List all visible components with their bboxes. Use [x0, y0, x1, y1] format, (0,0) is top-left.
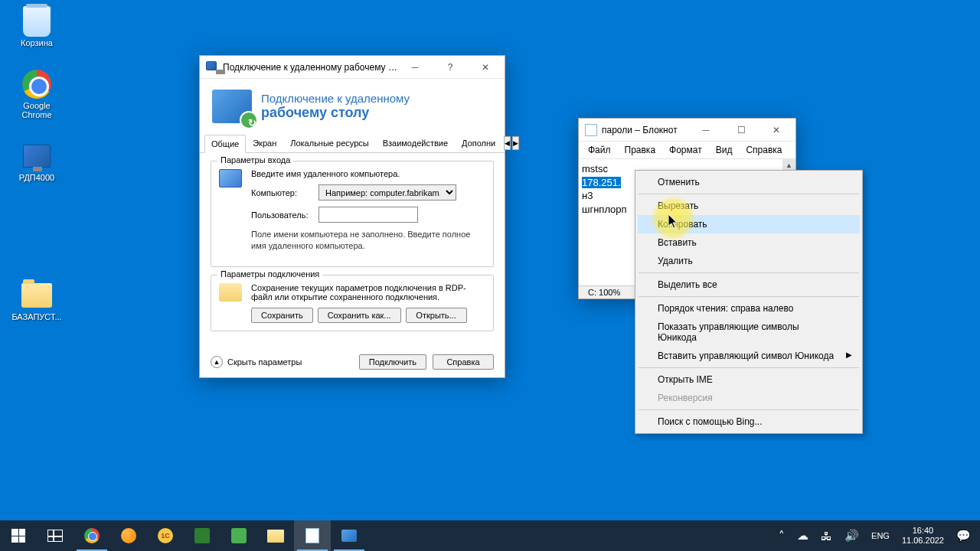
- tab-scroll-right[interactable]: ▶: [512, 136, 519, 150]
- tray-language[interactable]: ENG: [865, 520, 896, 551]
- tab-additional[interactable]: Дополни: [455, 134, 502, 152]
- taskbar-notepad[interactable]: [294, 520, 331, 551]
- taskview-icon: [47, 530, 63, 542]
- window-title: Подключение к удаленному рабочему с...: [223, 62, 397, 73]
- submenu-arrow-icon: ▶: [846, 350, 852, 359]
- taskbar-app-orange[interactable]: [110, 520, 147, 551]
- login-note: Поле имени компьютера не заполнено. Введ…: [251, 229, 485, 253]
- folder-icon: [267, 530, 284, 543]
- rdp-footer: ▲ Скрыть параметры Подключить Справка: [200, 347, 505, 377]
- rdp-connection-window[interactable]: Подключение к удаленному рабочему с... ─…: [199, 55, 505, 378]
- titlebar[interactable]: Подключение к удаленному рабочему с... ─…: [200, 56, 505, 79]
- icon-label: БАЗАПУСТ...: [9, 312, 64, 321]
- desktop-icon-chrome[interactable]: Google Chrome: [9, 69, 64, 119]
- connection-text: Сохранение текущих параметров подключени…: [251, 283, 485, 302]
- windows-logo-icon: [11, 529, 25, 543]
- ctx-undo[interactable]: Отменить: [638, 173, 860, 191]
- tab-screen[interactable]: Экран: [246, 134, 283, 152]
- icon-label: РДП4000: [9, 173, 64, 182]
- close-button[interactable]: ✕: [468, 56, 503, 79]
- tab-general[interactable]: Общие: [204, 135, 246, 153]
- desktop-icon-recycle-bin[interactable]: Корзина: [9, 6, 64, 47]
- ctx-show-unicode[interactable]: Показать управляющие символы Юникода: [638, 318, 860, 347]
- taskbar-app-green2[interactable]: [220, 520, 257, 551]
- minimize-button[interactable]: ─: [397, 56, 433, 79]
- computer-input[interactable]: Например: computer.fabrikam.com: [318, 184, 456, 201]
- ctx-rtl-order[interactable]: Порядок чтения: справа налево: [638, 299, 860, 318]
- separator: [639, 194, 859, 194]
- tab-scroll-left[interactable]: ◀: [504, 136, 511, 150]
- tray-onedrive[interactable]: ☁: [791, 520, 815, 551]
- ctx-insert-unicode[interactable]: Вставить управляющий символ Юникода▶: [638, 347, 860, 365]
- connect-button[interactable]: Подключить: [359, 354, 426, 370]
- taskbar-1c[interactable]: 1C: [147, 520, 184, 551]
- minimize-button[interactable]: ─: [688, 119, 724, 142]
- cloud-icon: ☁: [797, 529, 808, 543]
- hide-parameters-toggle[interactable]: ▲ Скрыть параметры: [211, 356, 353, 368]
- separator: [639, 296, 859, 297]
- tray-volume[interactable]: 🔊: [838, 520, 865, 551]
- connection-parameters-group: Параметры подключения Сохранение текущих…: [211, 275, 494, 331]
- green-app-icon: [194, 528, 210, 543]
- desktop-icon-rdp4000[interactable]: РДП4000: [9, 141, 64, 182]
- menu-view[interactable]: Вид: [710, 143, 739, 157]
- save-as-button[interactable]: Сохранить как...: [318, 308, 401, 323]
- tray-network[interactable]: 🖧: [815, 520, 838, 551]
- window-title: пароли – Блокнот: [602, 125, 688, 135]
- rdp-large-icon: [212, 90, 252, 123]
- green-app-icon: [231, 528, 247, 543]
- header-line1: Подключение к удаленному: [261, 92, 410, 105]
- icon-label: Корзина: [9, 38, 64, 47]
- start-button[interactable]: [0, 520, 37, 551]
- menubar: Файл Правка Формат Вид Справка: [579, 142, 795, 159]
- ctx-select-all[interactable]: Выделить все: [638, 276, 860, 294]
- chrome-icon: [21, 69, 52, 99]
- ctx-cut[interactable]: Вырезать: [638, 197, 860, 215]
- ctx-open-ime[interactable]: Открыть IME: [638, 370, 860, 389]
- taskbar-explorer[interactable]: [257, 520, 294, 551]
- hide-parameters-label: Скрыть параметры: [227, 357, 302, 367]
- ctx-paste[interactable]: Вставить: [638, 233, 860, 252]
- ctx-delete[interactable]: Удалить: [638, 252, 860, 270]
- desktop[interactable]: Корзина Google Chrome РДП4000 БАЗАПУСТ..…: [0, 0, 980, 520]
- menu-help[interactable]: Справка: [740, 143, 788, 157]
- rdp-body: Параметры входа Введите имя удаленного к…: [200, 153, 505, 347]
- rdp-app-icon: [206, 61, 218, 73]
- tab-local-resources[interactable]: Локальные ресурсы: [283, 134, 375, 152]
- maximize-button[interactable]: ☐: [724, 119, 759, 142]
- close-button[interactable]: ✕: [759, 119, 794, 142]
- taskbar-rdp[interactable]: [331, 520, 368, 551]
- tray-notifications[interactable]: 💬: [950, 520, 977, 551]
- separator: [639, 409, 859, 410]
- menu-edit[interactable]: Правка: [619, 143, 662, 157]
- help-button[interactable]: Справка: [433, 354, 494, 370]
- save-button[interactable]: Сохранить: [251, 308, 313, 323]
- login-instruction: Введите имя удаленного компьютера.: [251, 169, 485, 178]
- tray-overflow[interactable]: ˄: [773, 520, 791, 551]
- chrome-icon: [84, 528, 100, 543]
- help-button[interactable]: ?: [433, 56, 468, 79]
- taskbar-app-green1[interactable]: [184, 520, 220, 551]
- notepad-icon: [305, 528, 319, 543]
- header-line2: рабочему столу: [261, 105, 410, 121]
- menu-file[interactable]: Файл: [582, 143, 617, 157]
- taskbar-chrome[interactable]: [74, 520, 110, 551]
- folder-icon: [21, 280, 52, 311]
- open-button[interactable]: Открыть...: [406, 308, 467, 323]
- user-input[interactable]: [318, 207, 418, 223]
- menu-format[interactable]: Формат: [663, 143, 708, 157]
- tab-interaction[interactable]: Взаимодействие: [376, 134, 455, 152]
- ctx-bing-search[interactable]: Поиск с помощью Bing...: [638, 412, 860, 431]
- group-legend: Параметры подключения: [217, 269, 322, 279]
- ctx-copy[interactable]: Копировать: [638, 215, 860, 233]
- task-view-button[interactable]: [37, 520, 74, 551]
- notification-icon: 💬: [956, 529, 971, 543]
- monitor-icon: [219, 169, 243, 191]
- taskbar[interactable]: 1C ˄ ☁ 🖧 🔊 ENG 16:40 11.06.2022 💬: [0, 520, 980, 551]
- 1c-icon: 1C: [158, 528, 173, 543]
- desktop-icon-folder[interactable]: БАЗАПУСТ...: [9, 280, 64, 321]
- tray-clock[interactable]: 16:40 11.06.2022: [896, 520, 950, 551]
- titlebar[interactable]: пароли – Блокнот ─ ☐ ✕: [579, 119, 795, 142]
- login-parameters-group: Параметры входа Введите имя удаленного к…: [211, 161, 494, 267]
- context-menu[interactable]: Отменить Вырезать Копировать Вставить Уд…: [635, 170, 863, 434]
